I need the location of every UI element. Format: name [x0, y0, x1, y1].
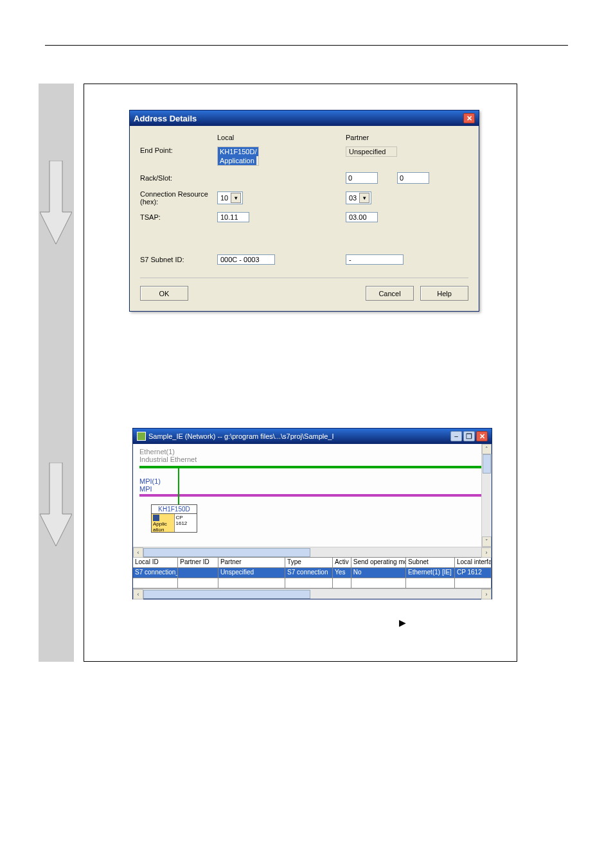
- mpi-bus[interactable]: [139, 494, 483, 497]
- col-subnet[interactable]: Subnet: [406, 558, 455, 568]
- ethernet-bus[interactable]: [139, 466, 483, 468]
- scroll-right-icon[interactable]: ›: [481, 589, 492, 599]
- ok-button[interactable]: OK: [140, 286, 188, 301]
- table-header: Local ID Partner ID Partner Type Activ S…: [133, 558, 492, 568]
- horizontal-scrollbar-lower[interactable]: ‹ ›: [133, 589, 492, 599]
- station-node[interactable]: KH1F150D Application CP1612: [151, 504, 197, 533]
- connres-label: Connection Resource (hex):: [140, 190, 217, 206]
- pc-icon: [153, 515, 159, 521]
- maximize-icon[interactable]: ❐: [463, 431, 475, 441]
- window-titlebar[interactable]: Sample_IE (Network) -- g:\program files\…: [133, 429, 492, 444]
- address-details-dialog: Address Details ✕ Local Partner End Poin…: [129, 110, 479, 312]
- drop-line: [178, 467, 179, 504]
- chevron-down-icon: ▼: [359, 193, 369, 203]
- local-tsap-field: 10.11: [217, 212, 249, 222]
- col-active[interactable]: Activ: [333, 558, 351, 568]
- close-icon[interactable]: ✕: [463, 113, 475, 123]
- close-icon[interactable]: ✕: [476, 431, 488, 441]
- column-header-partner: Partner: [346, 134, 461, 141]
- partner-endpoint-field: Unspecified: [346, 146, 397, 157]
- station-slot-cp[interactable]: CP1612: [175, 514, 197, 532]
- local-endpoint-field: KH1F150D/ Application: [217, 146, 259, 166]
- col-partner[interactable]: Partner: [218, 558, 285, 568]
- mpi-label: MPI(1)MPI: [139, 477, 161, 493]
- local-subnet-field: 000C - 0003: [217, 254, 275, 265]
- subnet-label: S7 Subnet ID:: [140, 256, 217, 263]
- connection-table: Local ID Partner ID Partner Type Activ S…: [133, 557, 492, 589]
- scroll-left-icon[interactable]: ‹: [133, 589, 143, 599]
- station-title: KH1F150D: [152, 505, 197, 514]
- down-arrow-icon: [40, 463, 72, 546]
- scroll-right-icon[interactable]: ›: [481, 547, 492, 558]
- col-send-mode[interactable]: Send operating mod: [351, 558, 406, 568]
- network-canvas[interactable]: Ethernet(1)Industrial Ethernet MPI(1)MPI…: [133, 444, 492, 547]
- partner-tsap-field: 03.00: [346, 212, 378, 222]
- col-type[interactable]: Type: [285, 558, 333, 568]
- partner-connres-select[interactable]: 03 ▼: [346, 191, 371, 204]
- netpro-window: Sample_IE (Network) -- g:\program files\…: [132, 428, 492, 599]
- partner-rack-input[interactable]: [346, 172, 378, 184]
- help-button[interactable]: Help: [420, 286, 468, 301]
- station-slot-app[interactable]: Application: [152, 514, 175, 532]
- horizontal-scrollbar-upper[interactable]: ‹ ›: [133, 547, 492, 557]
- column-header-local: Local: [217, 134, 346, 141]
- ethernet-label: Ethernet(1)Industrial Ethernet: [139, 448, 197, 463]
- dialog-titlebar[interactable]: Address Details ✕: [130, 111, 479, 126]
- partner-slot-input[interactable]: [397, 172, 429, 184]
- chevron-down-icon: ▼: [231, 193, 241, 203]
- tsap-label: TSAP:: [140, 213, 217, 221]
- scroll-thumb[interactable]: [143, 590, 310, 599]
- scroll-thumb[interactable]: [483, 454, 491, 474]
- table-row[interactable]: [133, 578, 492, 589]
- app-icon: [137, 432, 146, 441]
- cancel-button[interactable]: Cancel: [366, 286, 414, 301]
- minimize-icon[interactable]: –: [450, 431, 462, 441]
- vertical-scrollbar[interactable]: ˄ ˅: [481, 444, 492, 547]
- endpoint-label: End Point:: [140, 146, 217, 154]
- dialog-title: Address Details: [134, 114, 197, 123]
- scroll-thumb[interactable]: [143, 548, 310, 557]
- local-connres-select[interactable]: 10 ▼: [217, 191, 243, 204]
- rackslot-label: Rack/Slot:: [140, 174, 217, 182]
- col-local-id[interactable]: Local ID: [133, 558, 178, 568]
- partner-subnet-field: -: [346, 254, 404, 265]
- next-page-icon: ▶: [399, 617, 406, 628]
- window-title: Sample_IE (Network) -- g:\program files\…: [148, 432, 334, 440]
- scroll-left-icon[interactable]: ‹: [133, 547, 143, 558]
- col-partner-id[interactable]: Partner ID: [178, 558, 218, 568]
- scroll-down-icon[interactable]: ˅: [482, 536, 492, 547]
- down-arrow-icon: [40, 161, 72, 244]
- table-row[interactable]: S7 connection_1 Unspecified S7 connectio…: [133, 568, 492, 578]
- col-interface[interactable]: Local interface: [455, 558, 492, 568]
- scroll-up-icon[interactable]: ˄: [482, 444, 492, 454]
